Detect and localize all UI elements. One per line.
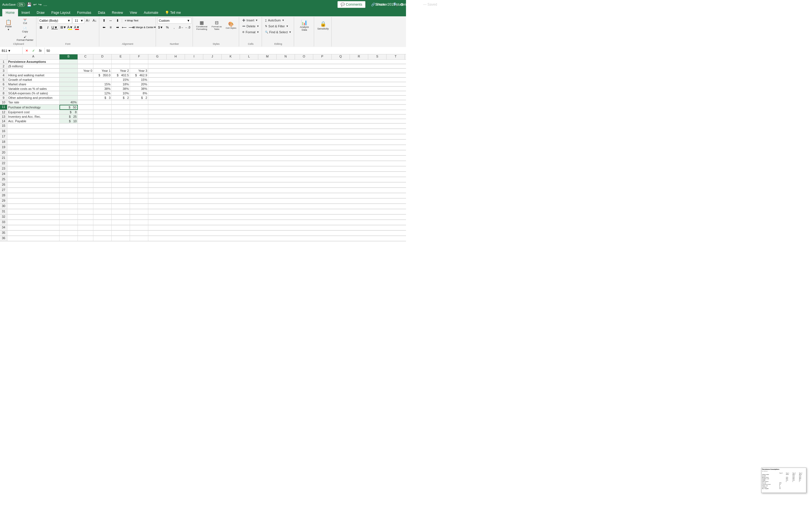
col-header-S[interactable]: S bbox=[368, 54, 387, 59]
cell-E8[interactable]: 10% bbox=[112, 91, 130, 96]
cell-rest-29[interactable] bbox=[148, 199, 406, 204]
cell-F3[interactable]: Year 3 bbox=[130, 69, 148, 73]
cell-C13[interactable] bbox=[78, 115, 93, 119]
cell-E25[interactable] bbox=[112, 177, 130, 182]
row-num-14[interactable]: 14 bbox=[0, 119, 7, 123]
cell-rest-2[interactable] bbox=[148, 64, 406, 68]
tab-insert[interactable]: Insert bbox=[18, 9, 33, 16]
confirm-formula-button[interactable]: ✓ bbox=[31, 48, 37, 54]
name-box[interactable]: B11 ▼ bbox=[0, 47, 22, 54]
cell-D24[interactable] bbox=[93, 172, 112, 177]
analyze-data-button[interactable]: 📊 Analyze Data bbox=[296, 17, 313, 33]
cell-D20[interactable] bbox=[93, 151, 112, 156]
cell-B13[interactable]: $ 25 bbox=[59, 115, 78, 119]
cell-E11[interactable] bbox=[112, 105, 130, 110]
cell-F19[interactable] bbox=[130, 145, 148, 150]
cell-rest-14[interactable] bbox=[148, 119, 406, 123]
cell-C25[interactable] bbox=[78, 177, 93, 182]
cell-F16[interactable] bbox=[130, 129, 148, 134]
format-button[interactable]: ⚙ Format ▼ bbox=[241, 29, 260, 35]
row-num-3[interactable]: 3 bbox=[0, 69, 7, 73]
cell-E2[interactable] bbox=[112, 64, 130, 68]
cell-C7[interactable] bbox=[78, 87, 93, 91]
align-middle-button[interactable]: ↔ bbox=[108, 17, 114, 24]
cell-F33[interactable] bbox=[130, 220, 148, 225]
percent-button[interactable]: % bbox=[164, 24, 170, 31]
cell-rest-23[interactable] bbox=[148, 166, 406, 172]
comments-button[interactable]: 💬 Comments bbox=[338, 1, 365, 8]
align-right-button[interactable]: ➡ bbox=[114, 24, 121, 31]
format-as-table-button[interactable]: ⊟ Format as Table bbox=[210, 17, 224, 33]
cell-D27[interactable] bbox=[93, 188, 112, 193]
cell-F4[interactable]: $ 462.9 bbox=[130, 73, 148, 77]
cell-B34[interactable] bbox=[59, 225, 78, 230]
cell-D16[interactable] bbox=[93, 129, 112, 134]
cell-C31[interactable] bbox=[78, 209, 93, 214]
cell-C23[interactable] bbox=[78, 166, 93, 172]
row-num-5[interactable]: 5 bbox=[0, 78, 7, 82]
cell-F17[interactable] bbox=[130, 134, 148, 139]
cell-F21[interactable] bbox=[130, 156, 148, 161]
col-header-D[interactable]: D bbox=[93, 54, 112, 59]
insert-button[interactable]: ➕ Insert ▼ bbox=[241, 17, 259, 23]
cell-C30[interactable] bbox=[78, 204, 93, 209]
cell-E3[interactable]: Year 2 bbox=[112, 69, 130, 73]
cell-F34[interactable] bbox=[130, 225, 148, 230]
row-num-2[interactable]: 2 bbox=[0, 64, 7, 68]
cell-E10[interactable] bbox=[112, 100, 130, 105]
cell-A23[interactable] bbox=[7, 166, 59, 172]
save-icon[interactable]: 💾 bbox=[27, 2, 32, 7]
cell-E12[interactable] bbox=[112, 110, 130, 114]
cell-E13[interactable] bbox=[112, 115, 130, 119]
row-num-19[interactable]: 19 bbox=[0, 145, 7, 150]
cell-C24[interactable] bbox=[78, 172, 93, 177]
cell-F8[interactable]: 8% bbox=[130, 91, 148, 96]
cell-E17[interactable] bbox=[112, 134, 130, 139]
formula-input[interactable] bbox=[45, 49, 406, 52]
fill-color-button[interactable]: A ▼ bbox=[67, 24, 73, 31]
cell-E30[interactable] bbox=[112, 204, 130, 209]
cell-E18[interactable] bbox=[112, 140, 130, 145]
cell-F18[interactable] bbox=[130, 140, 148, 145]
cell-C11[interactable] bbox=[78, 105, 93, 110]
row-num-16[interactable]: 16 bbox=[0, 129, 7, 134]
cell-rest-19[interactable] bbox=[148, 145, 406, 150]
cell-rest-25[interactable] bbox=[148, 177, 406, 182]
cell-B12[interactable]: $ 8 bbox=[59, 110, 78, 114]
row-num-32[interactable]: 32 bbox=[0, 215, 7, 220]
cell-B30[interactable] bbox=[59, 204, 78, 209]
cell-B28[interactable] bbox=[59, 193, 78, 198]
cell-rest-21[interactable] bbox=[148, 156, 406, 161]
comma-button[interactable]: , bbox=[171, 24, 177, 31]
cell-rest-8[interactable] bbox=[148, 91, 406, 96]
cell-F7[interactable]: 38% bbox=[130, 87, 148, 91]
cell-A22[interactable] bbox=[7, 161, 59, 166]
col-header-N[interactable]: N bbox=[276, 54, 295, 59]
cell-A32[interactable] bbox=[7, 215, 59, 220]
col-header-K[interactable]: K bbox=[221, 54, 240, 59]
cell-D19[interactable] bbox=[93, 145, 112, 150]
cell-rest-36[interactable] bbox=[148, 236, 406, 241]
cell-rest-35[interactable] bbox=[148, 231, 406, 236]
cell-E32[interactable] bbox=[112, 215, 130, 220]
cell-E33[interactable] bbox=[112, 220, 130, 225]
row-num-12[interactable]: 12 bbox=[0, 110, 7, 114]
col-header-B[interactable]: B bbox=[59, 54, 78, 59]
format-painter-button[interactable]: 🖌 Format Painter bbox=[15, 34, 35, 43]
cell-D13[interactable] bbox=[93, 115, 112, 119]
col-header-F[interactable]: F bbox=[130, 54, 148, 59]
cell-rest-26[interactable] bbox=[148, 182, 406, 187]
cell-B2[interactable] bbox=[59, 64, 78, 68]
cell-rest-24[interactable] bbox=[148, 172, 406, 177]
row-num-6[interactable]: 6 bbox=[0, 82, 7, 87]
cell-E19[interactable] bbox=[112, 145, 130, 150]
cell-B32[interactable] bbox=[59, 215, 78, 220]
cell-rest-22[interactable] bbox=[148, 161, 406, 166]
cell-rest-5[interactable] bbox=[148, 78, 406, 82]
cell-C14[interactable] bbox=[78, 119, 93, 123]
paste-button[interactable]: 📋 Paste ▼ bbox=[2, 17, 15, 33]
row-num-22[interactable]: 22 bbox=[0, 161, 7, 166]
cell-C2[interactable] bbox=[78, 64, 93, 68]
cell-rest-16[interactable] bbox=[148, 129, 406, 134]
cell-E24[interactable] bbox=[112, 172, 130, 177]
